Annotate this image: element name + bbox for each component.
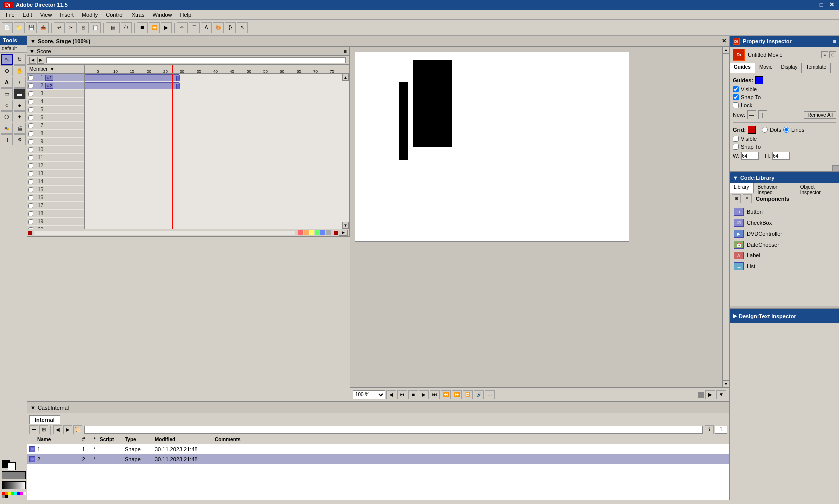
pattern-selector[interactable] (2, 471, 26, 479)
collapse-icon[interactable]: ▼ (30, 38, 36, 44)
cast-next-btn[interactable]: ▶ (63, 425, 72, 434)
guides-remove-all-btn[interactable]: Remove All (804, 111, 836, 119)
tool-cast-2[interactable]: 🎬 (14, 123, 26, 134)
cast-grid-view-btn[interactable]: ⊞ (39, 425, 48, 434)
guides-color-swatch[interactable] (755, 76, 763, 84)
close-btn[interactable]: ✕ (827, 1, 836, 8)
new-btn[interactable]: 📄 (2, 22, 13, 33)
score-prev-btn[interactable]: ◀ (29, 57, 36, 64)
score-next-btn[interactable]: ▶ (37, 57, 44, 64)
sprite-end-handle-2[interactable] (176, 84, 179, 89)
cast-page-input[interactable] (715, 426, 727, 434)
design-text-collapse[interactable]: ▶ (733, 313, 737, 319)
cl-item-button[interactable]: B Button (732, 206, 837, 217)
zoom-select[interactable]: 100 % 50 % 75 % 150 % 200 % (353, 390, 385, 399)
minimize-btn[interactable]: ─ (807, 1, 816, 8)
tool-polygon[interactable]: ⬡ (1, 111, 13, 122)
cl-icon-btn-2[interactable]: ≡ (743, 194, 752, 203)
pi-tab-guides[interactable]: Guides (730, 63, 755, 73)
pi-scroll-thumb[interactable] (832, 165, 839, 171)
rewind-btn[interactable]: ⏪ (149, 22, 160, 33)
tool-ellipse-filled[interactable]: ● (14, 100, 26, 111)
cl-tab-behavior[interactable]: Behavior Inspec (754, 183, 796, 193)
cl-item-checkbox[interactable]: ☑ CheckBox (732, 217, 837, 228)
score-frame-input[interactable] (46, 57, 346, 63)
guides-visible-check[interactable] (733, 86, 739, 92)
tool-script[interactable]: {} (1, 134, 13, 145)
pi-grid-btn[interactable]: ⊞ (829, 51, 836, 58)
grid-dots-radio[interactable] (762, 127, 768, 133)
cl-icon-btn-1[interactable]: ⊞ (732, 194, 741, 203)
cast-prev-btn[interactable]: ◀ (53, 425, 62, 434)
cast-info-btn[interactable]: ℹ (705, 425, 714, 434)
loop-btn[interactable]: 🔁 (463, 390, 473, 399)
grid-visible-check[interactable] (733, 136, 739, 142)
cl-item-list[interactable]: ☰ List (732, 261, 837, 272)
stage-scrollbar-v[interactable]: ▲ ▼ (722, 47, 729, 387)
paint-btn[interactable]: 🎨 (213, 22, 224, 33)
tool-cast-1[interactable]: 🎭 (1, 123, 13, 134)
channel-checkbox-3[interactable] (28, 91, 33, 96)
text-tool-btn[interactable]: A (201, 22, 212, 33)
volume-btn[interactable]: 🔊 (474, 390, 484, 399)
cl-tab-object[interactable]: Object Inspector (796, 183, 839, 193)
cast-item-1[interactable]: ⊞ 1 1 * Shape 30.11.2023 21:48 (27, 444, 729, 454)
cut-btn[interactable]: ✂ (66, 22, 77, 33)
tool-hand[interactable]: ✋ (14, 65, 26, 76)
stop-playback-btn[interactable]: ■ (408, 390, 418, 399)
cast-script-btn[interactable]: 📜 (73, 425, 82, 434)
tool-rect-outline[interactable]: ▭ (1, 88, 13, 99)
tool-line[interactable]: / (14, 77, 26, 88)
play-playback-btn[interactable]: ▶ (419, 390, 429, 399)
scroll-up-btn[interactable]: ▲ (342, 74, 349, 81)
menu-view[interactable]: View (36, 11, 56, 19)
rewind-playback-btn[interactable]: ⏮ (397, 390, 407, 399)
channel-checkbox-2[interactable] (28, 83, 33, 88)
pi-list-btn[interactable]: ≡ (821, 51, 828, 58)
cast-collapse-icon[interactable]: ▼ (30, 405, 36, 411)
pi-tab-display[interactable]: Display (777, 63, 802, 73)
guides-lock-check[interactable] (733, 102, 739, 108)
cast-tab-internal[interactable]: Internal (29, 415, 60, 424)
cl-item-datechooser[interactable]: 📅 DateChooser (732, 239, 837, 250)
grid-w-input[interactable] (741, 152, 759, 160)
save-btn[interactable]: 💾 (26, 22, 37, 33)
cast-item-2[interactable]: ⊞ 2 2 * Shape 30.11.2023 21:48 (27, 454, 729, 464)
gradient-selector[interactable] (2, 481, 26, 489)
scroll-down-btn[interactable]: ▼ (342, 222, 349, 229)
step-fwd-btn[interactable]: ⏩ (452, 390, 462, 399)
background-color[interactable] (8, 462, 16, 470)
guides-new-v-btn[interactable]: | (758, 110, 767, 119)
tool-rotate[interactable]: ↻ (14, 54, 26, 65)
sprite-block-1[interactable] (85, 74, 180, 81)
tool-zoom[interactable]: ⊕ (1, 65, 13, 76)
cast-window-menu[interactable]: ≡ (723, 405, 726, 411)
score-btn[interactable]: ▤ (106, 22, 120, 33)
pi-tab-movie[interactable]: Movie (755, 63, 777, 73)
tool-arrow[interactable]: ↖ (1, 54, 13, 65)
menu-modify[interactable]: Modify (78, 11, 102, 19)
tool-ellipse-outline[interactable]: ○ (1, 100, 13, 111)
bezier-btn[interactable]: ⌒ (189, 22, 200, 33)
paste-btn[interactable]: 📋 (90, 22, 101, 33)
pi-tab-template[interactable]: Template (802, 63, 831, 73)
open-btn[interactable]: 📁 (14, 22, 25, 33)
scroll-right-btn[interactable]: ▶ (339, 230, 348, 236)
copy-btn[interactable]: ⎘ (78, 22, 89, 33)
arrow-left-btn[interactable]: ◀ (386, 390, 396, 399)
guides-snapto-check[interactable] (733, 94, 739, 100)
channel-checkbox-1[interactable] (28, 75, 33, 80)
undo-btn[interactable]: ↩ (54, 22, 65, 33)
grid-lines-radio[interactable] (783, 127, 789, 133)
menu-edit[interactable]: Edit (19, 11, 36, 19)
pencil-btn[interactable]: ✏ (177, 22, 188, 33)
menu-xtras[interactable]: Xtras (128, 11, 149, 19)
menu-control[interactable]: Control (102, 11, 127, 19)
menu-window[interactable]: Window (148, 11, 176, 19)
step-back-btn[interactable]: ⏪ (441, 390, 451, 399)
score-list-icon[interactable]: ≡ (344, 48, 347, 54)
cast-search[interactable] (84, 426, 703, 434)
import-btn[interactable]: 📥 (38, 22, 49, 33)
guides-new-h-btn[interactable]: — (747, 110, 756, 119)
grid-h-input[interactable] (772, 152, 790, 160)
